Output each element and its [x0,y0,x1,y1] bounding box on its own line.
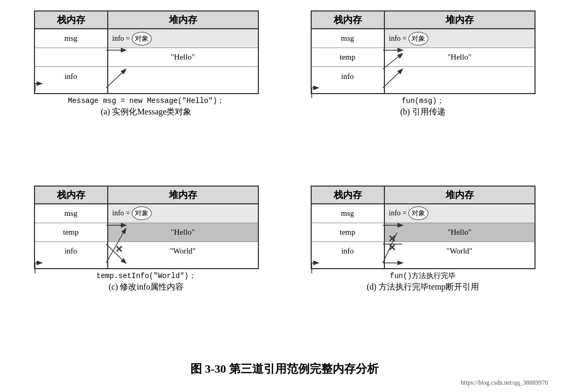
caption-code-d: fun()方法执行完毕 [390,271,456,281]
caption-code-c: temp.setInfo("World")； [96,271,196,281]
heap-obj-oval-c: 对象 [132,206,152,220]
caption-label-a: (a) 实例化Message类对象 [101,107,192,118]
stack-row-msg-d: msg [312,204,384,223]
heap-row-hello-a: "Hello" [108,48,258,67]
site-url: https://blog.csdn.net/qq_38889970 [16,379,553,387]
diagram-b: 栈内存 msg temp info 堆内存 info = 对象 "Hello" [292,10,553,180]
heap-obj-oval-a: 对象 [132,32,152,45]
diagram-a-wrapper: 栈内存 msg info 堆内存 info = 对象 "Hello" [34,10,259,94]
diagram-d-stack: 栈内存 msg temp info [312,187,385,268]
stack-row-info-d: info [312,242,384,261]
diagram-c-box: 栈内存 msg temp info 堆内存 info = 对象 "Hello" … [34,186,259,269]
diagram-a-stack-header: 栈内存 [35,11,107,29]
diagram-a-heap-header: 堆内存 [108,11,258,29]
stack-row-msg-b: msg [312,29,384,48]
diagram-d-box: 栈内存 msg temp info 堆内存 info = 对象 "Hello" … [311,186,536,269]
heap-row-empty-b [385,67,534,86]
diagram-b-heap: 堆内存 info = 对象 "Hello" [385,11,534,93]
diagram-b-stack: 栈内存 msg temp info [312,11,385,93]
heap-row-obj-c: info = 对象 [108,204,258,223]
caption-label-c: (c) 修改info属性内容 [109,282,184,293]
diagram-d-heap-header: 堆内存 [385,187,534,204]
diagram-c-stack-header: 栈内存 [35,187,107,204]
heap-row-world-d: "World" [385,242,534,261]
stack-row-info-a: info [35,67,107,86]
diagram-a-heap: 堆内存 info = 对象 "Hello" [108,11,258,93]
caption-label-d: (d) 方法执行完毕temp断开引用 [367,282,479,293]
heap-row-world-c: "World" [108,242,258,261]
caption-code-a: Message msg = new Message("Hello")； [68,96,225,106]
diagram-c-stack: 栈内存 msg temp info [35,187,108,268]
heap-row-hello-b: "Hello" [385,48,534,67]
heap-info-label-d: info = [389,209,408,217]
heap-info-label-b: info = [389,34,408,43]
stack-row-temp-c: temp [35,223,107,242]
diagram-b-stack-header: 栈内存 [312,11,384,29]
diagrams-grid: 栈内存 msg info 堆内存 info = 对象 "Hello" [16,10,553,355]
diagram-d-heap: 堆内存 info = 对象 "Hello" "World" [385,187,534,268]
heap-obj-oval-b: 对象 [408,32,428,45]
diagram-b-heap-header: 堆内存 [385,11,534,29]
diagram-c-heap-header: 堆内存 [108,187,258,204]
heap-info-label-c: info = [112,209,132,217]
figure-title: 图 3-30 第三道引用范例完整内存分析 [190,361,378,377]
heap-row-hello-d: "Hello" [385,223,534,242]
caption-label-b: (b) 引用传递 [400,107,446,118]
heap-obj-content-a: info = 对象 [108,32,258,45]
heap-row-hello-c: "Hello" [108,223,258,242]
diagram-d-stack-header: 栈内存 [312,187,384,204]
stack-row-empty-a [35,48,107,67]
stack-row-temp-b: temp [312,48,384,67]
diagram-a-box: 栈内存 msg info 堆内存 info = 对象 "Hello" [34,10,259,94]
stack-row-temp-d: temp [312,223,384,242]
diagram-c: 栈内存 msg temp info 堆内存 info = 对象 "Hello" … [16,186,277,355]
caption-code-b: fun(msg)； [402,96,444,106]
heap-row-obj-a: info = 对象 [108,29,258,48]
stack-row-msg-c: msg [35,204,107,223]
diagram-b-box: 栈内存 msg temp info 堆内存 info = 对象 "Hello" [311,10,536,94]
heap-obj-content-b: info = 对象 [385,32,534,45]
heap-info-label-a: info = [112,34,132,43]
heap-obj-content-c: info = 对象 [108,206,258,220]
diagram-d-wrapper: 栈内存 msg temp info 堆内存 info = 对象 "Hello" … [311,186,536,269]
diagram-a: 栈内存 msg info 堆内存 info = 对象 "Hello" [16,10,277,180]
stack-row-info-c: info [35,242,107,261]
diagram-b-wrapper: 栈内存 msg temp info 堆内存 info = 对象 "Hello" [311,10,536,94]
stack-row-msg-a: msg [35,29,107,48]
diagram-c-wrapper: 栈内存 msg temp info 堆内存 info = 对象 "Hello" … [34,186,259,269]
diagram-c-heap: 堆内存 info = 对象 "Hello" "World" [108,187,258,268]
heap-row-empty-a [108,67,258,86]
diagram-d: 栈内存 msg temp info 堆内存 info = 对象 "Hello" … [292,186,553,355]
stack-row-info-b: info [312,67,384,86]
diagram-a-stack: 栈内存 msg info [35,11,108,93]
heap-obj-content-d: info = 对象 [385,206,534,220]
heap-row-obj-b: info = 对象 [385,29,534,48]
heap-row-obj-d: info = 对象 [385,204,534,223]
heap-obj-oval-d: 对象 [408,206,428,220]
